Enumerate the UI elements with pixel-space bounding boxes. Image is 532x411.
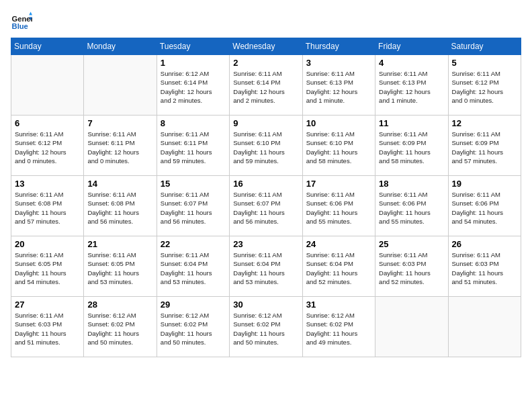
day-info: Sunrise: 6:11 AM Sunset: 6:03 PM Dayligh…: [379, 250, 444, 286]
day-info: Sunrise: 6:11 AM Sunset: 6:06 PM Dayligh…: [306, 190, 371, 226]
day-number: 1: [161, 58, 226, 68]
day-number: 24: [306, 239, 371, 249]
svg-marker-2: [29, 12, 32, 15]
day-number: 17: [306, 179, 371, 189]
day-info: Sunrise: 6:11 AM Sunset: 6:04 PM Dayligh…: [233, 250, 298, 286]
logo-icon: General Blue: [11, 11, 32, 32]
calendar-cell: 11Sunrise: 6:11 AM Sunset: 6:09 PM Dayli…: [375, 116, 448, 176]
day-number: 21: [87, 239, 152, 249]
calendar-cell: 2Sunrise: 6:11 AM Sunset: 6:14 PM Daylig…: [230, 55, 302, 116]
day-number: 13: [15, 179, 80, 189]
day-info: Sunrise: 6:11 AM Sunset: 6:14 PM Dayligh…: [233, 69, 298, 105]
day-info: Sunrise: 6:11 AM Sunset: 6:09 PM Dayligh…: [379, 130, 444, 165]
day-info: Sunrise: 6:11 AM Sunset: 6:13 PM Dayligh…: [379, 69, 444, 105]
day-info: Sunrise: 6:11 AM Sunset: 6:11 PM Dayligh…: [161, 130, 226, 165]
calendar-cell: [11, 55, 84, 116]
day-info: Sunrise: 6:12 AM Sunset: 6:02 PM Dayligh…: [87, 311, 152, 347]
day-header-tuesday: Tuesday: [157, 38, 229, 55]
day-info: Sunrise: 6:11 AM Sunset: 6:11 PM Dayligh…: [87, 130, 152, 165]
calendar-cell: 24Sunrise: 6:11 AM Sunset: 6:04 PM Dayli…: [302, 236, 375, 297]
day-number: 20: [15, 239, 80, 249]
day-info: Sunrise: 6:11 AM Sunset: 6:13 PM Dayligh…: [306, 69, 371, 105]
calendar-cell: 3Sunrise: 6:11 AM Sunset: 6:13 PM Daylig…: [302, 55, 375, 116]
day-number: 5: [452, 58, 517, 68]
calendar-cell: 1Sunrise: 6:12 AM Sunset: 6:14 PM Daylig…: [157, 55, 229, 116]
day-number: 26: [452, 239, 517, 249]
day-header-sunday: Sunday: [11, 38, 84, 55]
day-info: Sunrise: 6:11 AM Sunset: 6:05 PM Dayligh…: [15, 250, 80, 286]
svg-text:General: General: [12, 15, 32, 23]
day-info: Sunrise: 6:11 AM Sunset: 6:04 PM Dayligh…: [306, 250, 371, 286]
day-info: Sunrise: 6:11 AM Sunset: 6:12 PM Dayligh…: [452, 69, 517, 105]
day-header-saturday: Saturday: [448, 38, 521, 55]
calendar-cell: 30Sunrise: 6:12 AM Sunset: 6:02 PM Dayli…: [230, 297, 302, 357]
day-number: 6: [15, 118, 80, 128]
calendar-cell: 22Sunrise: 6:11 AM Sunset: 6:04 PM Dayli…: [157, 236, 229, 297]
calendar-cell: 29Sunrise: 6:12 AM Sunset: 6:02 PM Dayli…: [157, 297, 229, 357]
day-info: Sunrise: 6:12 AM Sunset: 6:02 PM Dayligh…: [161, 311, 226, 347]
day-number: 16: [233, 179, 298, 189]
week-row-5: 27Sunrise: 6:11 AM Sunset: 6:03 PM Dayli…: [11, 297, 521, 357]
calendar-cell: 9Sunrise: 6:11 AM Sunset: 6:10 PM Daylig…: [230, 116, 302, 176]
day-number: 10: [306, 118, 371, 128]
calendar-cell: [448, 297, 521, 357]
day-number: 22: [161, 239, 226, 249]
day-info: Sunrise: 6:11 AM Sunset: 6:03 PM Dayligh…: [452, 250, 517, 286]
calendar-cell: 18Sunrise: 6:11 AM Sunset: 6:06 PM Dayli…: [375, 176, 448, 236]
calendar-cell: 16Sunrise: 6:11 AM Sunset: 6:07 PM Dayli…: [230, 176, 302, 236]
day-number: 7: [87, 118, 152, 128]
day-info: Sunrise: 6:11 AM Sunset: 6:09 PM Dayligh…: [452, 130, 517, 165]
day-number: 3: [306, 58, 371, 68]
calendar-cell: [375, 297, 448, 357]
day-info: Sunrise: 6:11 AM Sunset: 6:08 PM Dayligh…: [15, 190, 80, 226]
day-number: 28: [87, 300, 152, 310]
day-number: 11: [379, 118, 444, 128]
day-number: 30: [233, 300, 298, 310]
day-number: 15: [161, 179, 226, 189]
day-number: 27: [15, 300, 80, 310]
day-number: 25: [379, 239, 444, 249]
calendar-cell: 14Sunrise: 6:11 AM Sunset: 6:08 PM Dayli…: [84, 176, 157, 236]
day-info: Sunrise: 6:12 AM Sunset: 6:02 PM Dayligh…: [233, 311, 298, 347]
day-number: 12: [452, 118, 517, 128]
day-info: Sunrise: 6:11 AM Sunset: 6:07 PM Dayligh…: [233, 190, 298, 226]
calendar-cell: 6Sunrise: 6:11 AM Sunset: 6:12 PM Daylig…: [11, 116, 84, 176]
day-info: Sunrise: 6:11 AM Sunset: 6:08 PM Dayligh…: [87, 190, 152, 226]
week-row-1: 1Sunrise: 6:12 AM Sunset: 6:14 PM Daylig…: [11, 55, 521, 116]
calendar-cell: 21Sunrise: 6:11 AM Sunset: 6:05 PM Dayli…: [84, 236, 157, 297]
calendar-cell: 20Sunrise: 6:11 AM Sunset: 6:05 PM Dayli…: [11, 236, 84, 297]
day-header-wednesday: Wednesday: [230, 38, 302, 55]
day-info: Sunrise: 6:12 AM Sunset: 6:02 PM Dayligh…: [306, 311, 371, 347]
calendar-cell: 7Sunrise: 6:11 AM Sunset: 6:11 PM Daylig…: [84, 116, 157, 176]
day-number: 9: [233, 118, 298, 128]
calendar-cell: 5Sunrise: 6:11 AM Sunset: 6:12 PM Daylig…: [448, 55, 521, 116]
week-row-3: 13Sunrise: 6:11 AM Sunset: 6:08 PM Dayli…: [11, 176, 521, 236]
day-info: Sunrise: 6:11 AM Sunset: 6:04 PM Dayligh…: [161, 250, 226, 286]
day-header-friday: Friday: [375, 38, 448, 55]
calendar-table: SundayMondayTuesdayWednesdayThursdayFrid…: [11, 38, 521, 357]
calendar-cell: 8Sunrise: 6:11 AM Sunset: 6:11 PM Daylig…: [157, 116, 229, 176]
day-info: Sunrise: 6:11 AM Sunset: 6:10 PM Dayligh…: [233, 130, 298, 165]
calendar-cell: 12Sunrise: 6:11 AM Sunset: 6:09 PM Dayli…: [448, 116, 521, 176]
day-info: Sunrise: 6:11 AM Sunset: 6:05 PM Dayligh…: [87, 250, 152, 286]
calendar-cell: 28Sunrise: 6:12 AM Sunset: 6:02 PM Dayli…: [84, 297, 157, 357]
page-header: General Blue: [11, 11, 521, 32]
day-info: Sunrise: 6:11 AM Sunset: 6:07 PM Dayligh…: [161, 190, 226, 226]
calendar-cell: 15Sunrise: 6:11 AM Sunset: 6:07 PM Dayli…: [157, 176, 229, 236]
day-number: 29: [161, 300, 226, 310]
calendar-header-row: SundayMondayTuesdayWednesdayThursdayFrid…: [11, 38, 521, 55]
day-number: 19: [452, 179, 517, 189]
day-info: Sunrise: 6:11 AM Sunset: 6:03 PM Dayligh…: [15, 311, 80, 347]
calendar-cell: 26Sunrise: 6:11 AM Sunset: 6:03 PM Dayli…: [448, 236, 521, 297]
svg-text:Blue: Blue: [12, 22, 28, 30]
calendar-cell: 17Sunrise: 6:11 AM Sunset: 6:06 PM Dayli…: [302, 176, 375, 236]
calendar-cell: 23Sunrise: 6:11 AM Sunset: 6:04 PM Dayli…: [230, 236, 302, 297]
calendar-cell: [84, 55, 157, 116]
day-info: Sunrise: 6:11 AM Sunset: 6:06 PM Dayligh…: [452, 190, 517, 226]
calendar-cell: 13Sunrise: 6:11 AM Sunset: 6:08 PM Dayli…: [11, 176, 84, 236]
day-number: 31: [306, 300, 371, 310]
day-header-monday: Monday: [84, 38, 157, 55]
week-row-2: 6Sunrise: 6:11 AM Sunset: 6:12 PM Daylig…: [11, 116, 521, 176]
day-info: Sunrise: 6:11 AM Sunset: 6:10 PM Dayligh…: [306, 130, 371, 165]
day-number: 8: [161, 118, 226, 128]
